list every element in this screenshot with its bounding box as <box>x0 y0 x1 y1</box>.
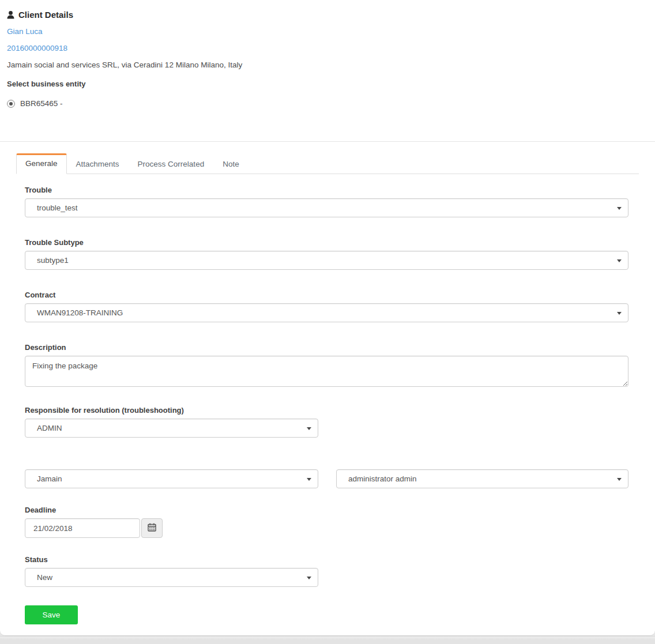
client-name-link[interactable]: Gian Luca <box>7 27 648 36</box>
page-title: Client Details <box>7 10 648 20</box>
description-field: Description Fixing the package <box>25 343 628 389</box>
responsible-select-value: ADMIN <box>37 424 62 432</box>
select-business-entity-label: Select business entity <box>7 80 648 88</box>
responsible-field: Responsible for resolution (troubleshoot… <box>25 406 628 438</box>
chevron-down-icon <box>307 478 311 481</box>
calendar-button[interactable] <box>141 518 163 538</box>
description-label: Description <box>25 343 628 352</box>
bottom-scrollbar-track[interactable] <box>0 636 655 644</box>
trouble-label: Trouble <box>25 186 628 194</box>
user-icon <box>7 11 14 19</box>
save-button[interactable]: Save <box>25 605 78 624</box>
chevron-down-icon <box>307 427 311 430</box>
tab-note[interactable]: Note <box>213 155 249 174</box>
chevron-down-icon <box>307 577 311 579</box>
chevron-down-icon <box>617 207 622 210</box>
trouble-field: Trouble trouble_test <box>25 186 628 217</box>
tab-process-correlated[interactable]: Process Correlated <box>129 155 214 174</box>
business-entity-option[interactable]: BBR65465 - <box>7 99 648 108</box>
chevron-down-icon <box>617 259 622 262</box>
trouble-subtype-select[interactable]: subtype1 <box>25 251 628 270</box>
assignee-select[interactable]: administrator admin <box>336 469 628 488</box>
generale-tab-panel: Trouble trouble_test Trouble Subtype sub… <box>0 174 655 624</box>
contract-select[interactable]: WMAN91208-TRAINING <box>25 303 628 322</box>
description-textarea[interactable]: Fixing the package <box>25 356 628 387</box>
contract-field: Contract WMAN91208-TRAINING <box>25 291 628 322</box>
business-entity-radio-label: BBR65465 - <box>20 99 63 108</box>
client-address: Jamain social and services SRL, via Cera… <box>7 61 648 70</box>
responsible-label: Responsible for resolution (troubleshoot… <box>25 406 628 415</box>
responsible-select[interactable]: ADMIN <box>25 419 318 438</box>
status-select-value: New <box>37 573 52 582</box>
contract-select-value: WMAN91208-TRAINING <box>37 308 123 317</box>
trouble-subtype-label: Trouble Subtype <box>25 238 628 247</box>
company-select[interactable]: Jamain <box>25 469 318 488</box>
deadline-input[interactable] <box>25 518 140 538</box>
business-entity-radio[interactable] <box>7 100 15 108</box>
deadline-label: Deadline <box>25 506 628 514</box>
trouble-select-value: trouble_test <box>37 204 78 212</box>
chevron-down-icon <box>617 478 622 481</box>
deadline-field: Deadline <box>25 506 628 538</box>
calendar-icon <box>148 523 156 533</box>
trouble-subtype-field: Trouble Subtype subtype1 <box>25 238 628 270</box>
tab-attachments[interactable]: Attachments <box>67 155 129 174</box>
client-details-section: Client Details Gian Luca 20160000000918 … <box>0 0 655 108</box>
page-title-text: Client Details <box>18 10 73 20</box>
assignee-select-value: administrator admin <box>348 474 417 483</box>
tab-bar: Generale Attachments Process Correlated … <box>16 153 639 174</box>
tab-generale[interactable]: Generale <box>16 153 67 174</box>
chevron-down-icon <box>617 312 622 315</box>
client-number-link[interactable]: 20160000000918 <box>7 44 648 53</box>
trouble-subtype-select-value: subtype1 <box>37 256 69 265</box>
trouble-select[interactable]: trouble_test <box>25 198 628 217</box>
company-select-value: Jamain <box>37 474 62 483</box>
status-select[interactable]: New <box>25 568 318 587</box>
assignment-row: Jamain administrator admin <box>25 469 628 488</box>
status-field: Status New <box>25 555 628 587</box>
content-panel: Client Details Gian Luca 20160000000918 … <box>0 0 655 636</box>
section-divider <box>0 141 655 142</box>
contract-label: Contract <box>25 291 628 299</box>
status-label: Status <box>25 555 628 564</box>
